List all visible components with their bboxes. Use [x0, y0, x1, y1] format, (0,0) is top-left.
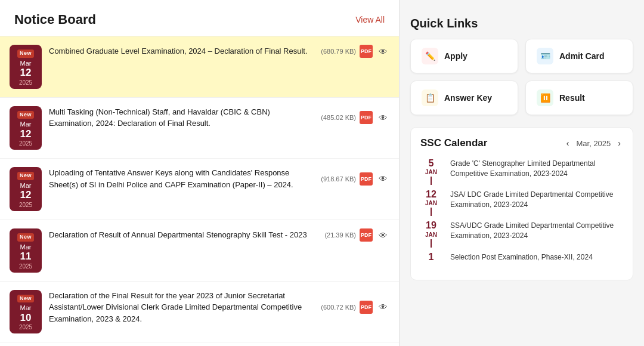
notice-text[interactable]: Combined Graduate Level Examination, 202… — [49, 45, 315, 57]
result-icon: ⏸️ — [537, 89, 553, 106]
pdf-icon[interactable]: PDF — [360, 172, 373, 186]
calendar-event: 1 Selection Post Examination, Phase-XII,… — [420, 251, 623, 267]
badge-day: 11 — [13, 251, 38, 262]
badge-month: Mar — [13, 304, 38, 312]
notice-meta: (600.72 KB) PDF 👁 — [321, 301, 389, 314]
cal-day: 5 — [429, 157, 434, 169]
answer-icon: 📋 — [422, 89, 438, 106]
next-month-arrow[interactable]: › — [615, 137, 623, 149]
quick-link-admit[interactable]: 🪪 Admit Card — [525, 39, 633, 73]
notice-meta: (485.02 KB) PDF 👁 — [321, 111, 389, 124]
badge-day: 12 — [13, 190, 38, 201]
cal-day: 1 — [429, 251, 434, 262]
pdf-icon[interactable]: PDF — [360, 111, 373, 124]
prev-month-arrow[interactable]: ‹ — [564, 137, 572, 149]
calendar-event: 19 JAN SSA/UDC Grade Limited Departmenta… — [420, 220, 623, 247]
view-all-link[interactable]: View All — [355, 15, 385, 24]
notice-content: Multi Tasking (Non-Technical) Staff, and… — [49, 106, 389, 129]
calendar-nav: ‹ Mar, 2025 › — [564, 137, 623, 149]
notice-list: New Mar 12 2025 Combined Graduate Level … — [0, 36, 399, 346]
notice-content: Combined Graduate Level Examination, 202… — [49, 45, 389, 58]
right-panel: Quick Links ✏️ Apply 🪪 Admit Card 📋 Answ… — [400, 0, 644, 346]
cal-line — [431, 239, 432, 248]
calendar-header: SSC Calendar ‹ Mar, 2025 › — [420, 137, 623, 149]
notice-content: Uploading of Tentative Answer Keys along… — [49, 167, 389, 190]
eye-icon[interactable]: 👁 — [376, 228, 389, 242]
cal-day: 19 — [426, 220, 436, 231]
notice-text[interactable]: Declaration of the Final Result for the … — [49, 290, 315, 325]
cal-month: JAN — [425, 200, 437, 206]
eye-icon[interactable]: 👁 — [376, 172, 389, 186]
notice-meta: (21.39 KB) PDF 👁 — [324, 228, 389, 242]
badge-day: 12 — [13, 67, 38, 79]
notice-item: New Mar 12 2025 Uploading of Tentative A… — [0, 159, 399, 220]
notice-board-title: Notice Board — [14, 12, 96, 27]
new-badge: New — [17, 111, 34, 119]
cal-line — [431, 208, 432, 216]
quick-link-answer[interactable]: 📋 Answer Key — [410, 81, 518, 115]
notice-size: (21.39 KB) — [324, 231, 356, 239]
apply-icon: ✏️ — [422, 48, 438, 64]
cal-month: JAN — [425, 169, 437, 175]
notice-size: (485.02 KB) — [321, 114, 356, 121]
badge-month: Mar — [13, 120, 38, 128]
new-badge: New — [17, 295, 34, 303]
pdf-icon[interactable]: PDF — [360, 45, 373, 58]
quick-link-result[interactable]: ⏸️ Result — [525, 81, 633, 115]
notice-item: New Mar 11 2025 Declaration of Result of… — [0, 220, 399, 282]
notice-size: (600.72 KB) — [321, 304, 356, 311]
quick-links-grid: ✏️ Apply 🪪 Admit Card 📋 Answer Key ⏸️ Re… — [410, 39, 633, 115]
pdf-icon[interactable]: PDF — [360, 301, 373, 314]
notice-size: (680.79 KB) — [321, 48, 356, 55]
notice-item: New Mar 12 2025 Multi Tasking (Non-Techn… — [0, 98, 399, 159]
notice-board-panel: Notice Board View All New Mar 12 2025 Co… — [0, 0, 400, 346]
new-badge: New — [17, 172, 34, 180]
cal-date-col: 12 JAN — [420, 189, 442, 216]
pdf-icon[interactable]: PDF — [360, 228, 373, 242]
calendar-title: SSC Calendar — [420, 137, 487, 149]
notice-meta: (918.67 KB) PDF 👁 — [321, 172, 389, 186]
cal-line — [431, 177, 432, 185]
cal-date-col: 19 JAN — [420, 220, 442, 247]
cal-month: JAN — [425, 231, 437, 238]
calendar-event: 12 JAN JSA/ LDC Grade Limited Department… — [420, 189, 623, 216]
notice-size: (918.67 KB) — [321, 175, 356, 183]
notice-text[interactable]: Declaration of Result of Annual Departme… — [49, 229, 318, 241]
cal-date-col: 5 JAN — [420, 157, 442, 185]
calendar-events: 5 JAN Grade 'C' Stenographer Limited Dep… — [420, 157, 623, 270]
eye-icon[interactable]: 👁 — [376, 111, 389, 124]
badge-year: 2025 — [13, 79, 38, 86]
date-badge: New Mar 10 2025 — [10, 290, 42, 334]
date-badge: New Mar 12 2025 — [10, 45, 42, 89]
apply-label: Apply — [444, 51, 467, 61]
admit-icon: 🪪 — [537, 48, 553, 64]
badge-month: Mar — [13, 243, 38, 251]
cal-day: 12 — [426, 189, 436, 200]
notice-text[interactable]: Uploading of Tentative Answer Keys along… — [49, 167, 315, 190]
cal-date-col: 1 — [420, 251, 442, 267]
notice-board-header: Notice Board View All — [0, 12, 399, 36]
date-badge: New Mar 11 2025 — [10, 228, 42, 273]
date-badge: New Mar 12 2025 — [10, 167, 42, 211]
badge-year: 2025 — [13, 262, 38, 270]
quick-links-title: Quick Links — [410, 17, 633, 30]
quick-link-apply[interactable]: ✏️ Apply — [410, 39, 518, 73]
result-label: Result — [559, 93, 585, 103]
badge-year: 2025 — [13, 323, 38, 331]
cal-event-desc: Grade 'C' Stenographer Limited Departmen… — [450, 157, 623, 185]
eye-icon[interactable]: 👁 — [376, 45, 389, 58]
badge-day: 10 — [13, 313, 38, 324]
cal-event-desc: JSA/ LDC Grade Limited Departmental Comp… — [450, 189, 623, 216]
cal-event-desc: Selection Post Examination, Phase-XII, 2… — [450, 251, 593, 267]
new-badge: New — [17, 233, 34, 242]
date-badge: New Mar 12 2025 — [10, 106, 42, 150]
notice-text[interactable]: Multi Tasking (Non-Technical) Staff, and… — [49, 106, 315, 129]
eye-icon[interactable]: 👁 — [376, 301, 389, 314]
ssc-calendar-section: SSC Calendar ‹ Mar, 2025 › 5 JAN Grade '… — [410, 127, 633, 280]
badge-month: Mar — [13, 59, 38, 67]
badge-year: 2025 — [13, 201, 38, 209]
notice-content: Declaration of Result of Annual Departme… — [49, 228, 389, 242]
badge-day: 12 — [13, 129, 38, 140]
new-badge: New — [17, 50, 34, 58]
notice-content: Declaration of the Final Result for the … — [49, 290, 389, 325]
